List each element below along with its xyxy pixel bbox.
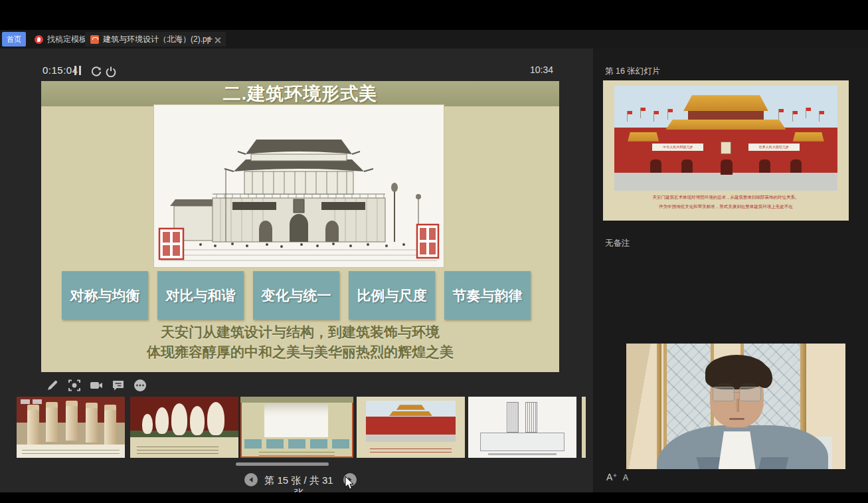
mouse-cursor <box>345 476 355 490</box>
thumbnail-slide-13[interactable] <box>17 397 125 458</box>
thumbnail-slide-17[interactable] <box>468 397 576 458</box>
tab-presentation-label: 建筑与环境设计（北海）(2).pptx <box>103 34 211 45</box>
next-slide-photo: 中华人民共和国万岁 世界人民大团结万岁 <box>614 86 837 191</box>
next-slide-header: 第 16 张幻灯片 <box>605 66 660 77</box>
power-end-show-icon[interactable] <box>105 66 117 76</box>
presenter-face <box>705 355 769 430</box>
font-decrease-button[interactable]: A <box>623 473 628 482</box>
notes-placeholder: 无备注 <box>605 238 630 249</box>
thumbnail-slide-16[interactable] <box>357 397 465 458</box>
new-tab-button[interactable]: + <box>205 33 215 44</box>
more-options-icon[interactable] <box>133 378 147 393</box>
camera-icon[interactable] <box>89 378 104 393</box>
font-increase-button[interactable]: A⁺ <box>606 472 618 482</box>
pen-icon[interactable] <box>45 378 60 393</box>
letterbox-bottom <box>0 492 868 503</box>
thumbnail-scrollbar[interactable] <box>236 462 329 466</box>
presenter-shirt <box>719 431 756 469</box>
principle-button-2: 对比与和谐 <box>157 271 244 320</box>
tab-home[interactable]: 首页 <box>2 32 26 47</box>
tab-home-label: 首页 <box>7 35 21 45</box>
portrait <box>721 142 732 154</box>
next-slide-caption-line2: 作为中国传统文化和审美标准，形式美原则在整体建筑环境上无处不在 <box>610 204 842 209</box>
banner-left: 中华人民共和国万岁 <box>652 144 703 151</box>
seal-right <box>417 225 438 258</box>
close-tab-icon[interactable] <box>215 37 220 43</box>
comment-icon[interactable] <box>111 378 126 393</box>
thumbnail-slide-18-partial[interactable] <box>582 397 586 458</box>
thumbnail-slide-15-current[interactable] <box>240 397 353 458</box>
pause-timer-icon[interactable] <box>74 66 86 76</box>
banner-right: 世界人民大团结万岁 <box>748 144 800 151</box>
ppt-file-icon <box>90 35 99 44</box>
previous-slide-button[interactable] <box>244 473 258 486</box>
principle-button-1: 对称与均衡 <box>62 271 148 320</box>
presenter-webcam <box>626 344 845 469</box>
elapsed-timer: 0:15:04 <box>43 64 78 76</box>
reset-timer-icon[interactable] <box>90 66 102 76</box>
principle-button-3: 变化与统一 <box>253 271 339 320</box>
principle-button-5: 节奏与韵律 <box>444 271 531 320</box>
presenter-hair <box>705 355 769 389</box>
seal-left <box>159 229 183 259</box>
current-time: 10:34 <box>530 64 553 75</box>
browser-tab-bar: 首页 找稿定模板 建筑与环境设计（北海）(2).pptx + 1 <box>0 30 868 49</box>
tab-gaoding-label: 找稿定模板 <box>47 34 87 45</box>
next-slide-caption-line1: 天安门建筑艺术体现对理想环境的追求，从建筑整体到细部装饰的对位关系。 <box>610 195 842 200</box>
presenter-window: 首页 找稿定模板 建筑与环境设计（北海）(2).pptx + 1 0:15:04… <box>0 0 868 503</box>
slide-title: 二.建筑环境形式美 <box>41 81 559 106</box>
laser-pointer-icon[interactable] <box>67 378 82 393</box>
next-slide-preview[interactable]: 中华人民共和国万岁 世界人民大团结万岁 天安门建筑艺术体现对理想环境的追求，从建… <box>603 80 849 221</box>
principle-button-4: 比例与尺度 <box>349 271 435 320</box>
tiananmen-etching-image <box>154 105 444 267</box>
gaoding-logo-icon <box>35 35 43 44</box>
slide-caption-line2: 体现雍容醇厚的中和之美与美华丽热烈的辉煌之美 <box>41 343 559 361</box>
slide-stage[interactable]: 二.建筑环境形式美 <box>41 81 559 372</box>
thumbnail-slide-14[interactable] <box>130 397 238 458</box>
slide-caption-line1: 天安门从建筑设计与结构，到建筑装饰与环境 <box>41 323 559 342</box>
